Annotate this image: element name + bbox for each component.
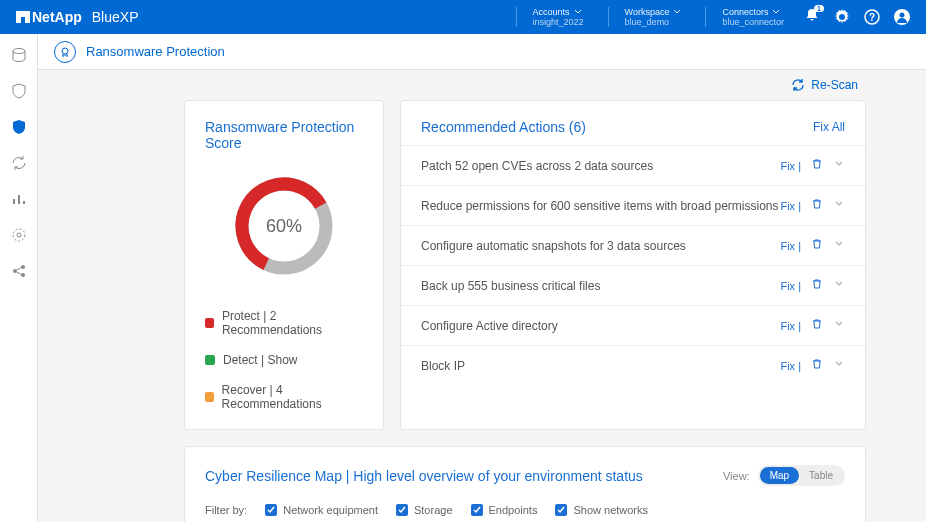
rescan-button[interactable]: Re-Scan	[791, 78, 858, 92]
svg-rect-1	[25, 11, 30, 23]
connectors-menu[interactable]: Connectors blue_connector	[705, 7, 784, 27]
sidebar-item-reports[interactable]	[10, 190, 28, 208]
svg-rect-0	[16, 11, 21, 23]
action-row: Configure Active directoryFix |	[401, 305, 865, 345]
delete-button[interactable]	[811, 238, 823, 253]
svg-text:?: ?	[869, 12, 875, 23]
action-text: Reduce permissions for 600 sensitive ite…	[421, 199, 779, 213]
chevron-down-icon	[833, 278, 845, 290]
trash-icon	[811, 238, 823, 250]
sidebar-item-sync[interactable]	[10, 154, 28, 172]
action-text: Patch 52 open CVEs across 2 data sources	[421, 159, 653, 173]
chevron-down-icon	[833, 238, 845, 250]
netapp-logo: NetApp	[16, 9, 82, 25]
map-card: Cyber Resilience Map | High level overvi…	[184, 446, 866, 522]
chevron-down-icon	[673, 8, 681, 16]
chevron-down-icon	[574, 8, 582, 16]
sidebar	[0, 34, 38, 522]
page-title: Ransomware Protection	[86, 44, 225, 59]
notifications-button[interactable]: 1	[804, 7, 820, 27]
expand-button[interactable]	[833, 358, 845, 373]
score-donut-chart: 60%	[229, 171, 339, 281]
fix-all-button[interactable]: Fix All	[813, 120, 845, 134]
expand-button[interactable]	[833, 238, 845, 253]
checkbox-icon	[265, 504, 277, 516]
delete-button[interactable]	[811, 158, 823, 173]
fix-button[interactable]: Fix |	[780, 200, 801, 212]
filter-label-text: Endpoints	[489, 504, 538, 516]
top-menu: Accounts insight_2022 Workspace blue_dem…	[516, 7, 784, 27]
fix-button[interactable]: Fix |	[780, 160, 801, 172]
notification-badge: 1	[814, 5, 824, 12]
chevron-down-icon	[833, 198, 845, 210]
svg-point-9	[13, 229, 25, 241]
delete-button[interactable]	[811, 198, 823, 213]
action-text: Back up 555 business critical files	[421, 279, 600, 293]
sidebar-item-settings[interactable]	[10, 226, 28, 244]
fix-button[interactable]: Fix |	[780, 320, 801, 332]
trash-icon	[811, 278, 823, 290]
expand-button[interactable]	[833, 318, 845, 333]
action-text: Block IP	[421, 359, 465, 373]
brand-product: BlueXP	[92, 9, 139, 25]
action-text: Configure Active directory	[421, 319, 558, 333]
score-title: Ransomware Protection Score	[205, 119, 363, 151]
delete-button[interactable]	[811, 318, 823, 333]
fix-button[interactable]: Fix |	[780, 360, 801, 372]
map-title: Cyber Resilience Map | High level overvi…	[205, 468, 643, 484]
svg-point-12	[21, 273, 25, 277]
chevron-down-icon	[833, 318, 845, 330]
delete-button[interactable]	[811, 278, 823, 293]
view-map-button[interactable]: Map	[760, 467, 799, 484]
sidebar-item-protection[interactable]	[10, 82, 28, 100]
sidebar-item-ransomware[interactable]	[10, 118, 28, 136]
trash-icon	[811, 318, 823, 330]
delete-button[interactable]	[811, 358, 823, 373]
accounts-menu[interactable]: Accounts insight_2022	[516, 7, 584, 27]
expand-button[interactable]	[833, 158, 845, 173]
filter-row: Filter by: Network equipmentStorageEndpo…	[205, 504, 845, 516]
svg-point-11	[21, 265, 25, 269]
gear-icon[interactable]	[834, 9, 850, 25]
filter-label: Filter by:	[205, 504, 247, 516]
action-row: Block IPFix |	[401, 345, 865, 389]
brand-company: NetApp	[32, 9, 82, 25]
user-icon[interactable]	[894, 9, 910, 25]
help-icon[interactable]: ?	[864, 9, 880, 25]
checkbox-icon	[396, 504, 408, 516]
trash-icon	[811, 198, 823, 210]
svg-point-13	[62, 48, 68, 54]
fix-button[interactable]: Fix |	[780, 280, 801, 292]
filter-label-text: Show networks	[573, 504, 648, 516]
trash-icon	[811, 358, 823, 370]
trash-icon	[811, 158, 823, 170]
score-percent: 60%	[229, 171, 339, 281]
content: Re-Scan Ransomware Protection Score 60% …	[38, 70, 926, 522]
action-row: Patch 52 open CVEs across 2 data sources…	[401, 145, 865, 185]
chevron-down-icon	[833, 158, 845, 170]
filter-checkbox[interactable]: Network equipment	[265, 504, 378, 516]
legend-detect[interactable]: Detect | Show	[205, 353, 363, 367]
workspace-menu[interactable]: Workspace blue_demo	[608, 7, 682, 27]
legend-recover[interactable]: Recover | 4 Recommendations	[205, 383, 363, 411]
chevron-down-icon	[772, 8, 780, 16]
fix-button[interactable]: Fix |	[780, 240, 801, 252]
view-table-button[interactable]: Table	[799, 467, 843, 484]
sidebar-item-storage[interactable]	[10, 46, 28, 64]
filter-checkbox[interactable]: Storage	[396, 504, 453, 516]
score-card: Ransomware Protection Score 60% Protect …	[184, 100, 384, 430]
expand-button[interactable]	[833, 198, 845, 213]
actions-card: Recommended Actions (6) Fix All Patch 52…	[400, 100, 866, 430]
brand: NetApp BlueXP	[16, 9, 138, 25]
filter-checkbox[interactable]: Endpoints	[471, 504, 538, 516]
page-header: Ransomware Protection	[0, 34, 926, 70]
expand-button[interactable]	[833, 278, 845, 293]
chevron-down-icon	[833, 358, 845, 370]
sidebar-item-share[interactable]	[10, 262, 28, 280]
topbar: NetApp BlueXP Accounts insight_2022 Work…	[0, 0, 926, 34]
svg-rect-2	[21, 11, 25, 17]
legend-protect[interactable]: Protect | 2 Recommendations	[205, 309, 363, 337]
ransomware-icon	[54, 41, 76, 63]
actions-title: Recommended Actions (6)	[421, 119, 586, 135]
filter-checkbox[interactable]: Show networks	[555, 504, 648, 516]
